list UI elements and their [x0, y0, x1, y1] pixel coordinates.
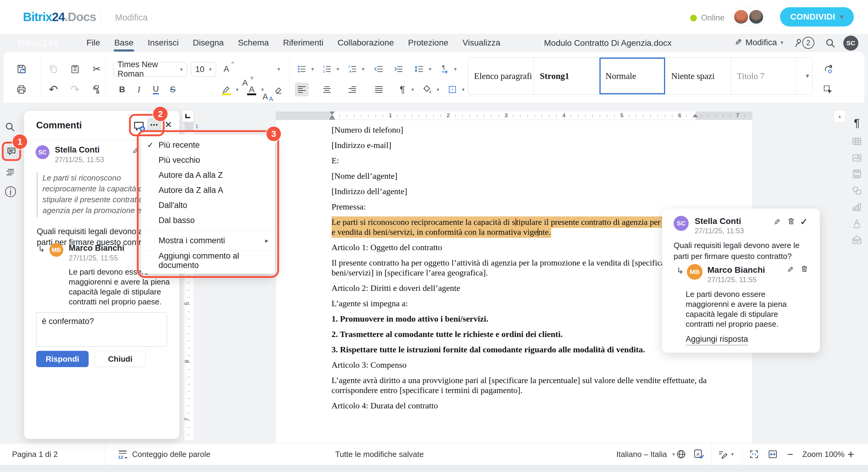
track-changes-button[interactable]: ▾	[718, 443, 734, 465]
tab-collaborazione[interactable]: Collaborazione	[338, 38, 394, 48]
close-button[interactable]: Chiudi	[95, 351, 146, 367]
header-footer-settings-icon[interactable]	[850, 167, 863, 180]
tab-schema[interactable]: Schema	[238, 38, 269, 48]
line-spacing-icon[interactable]	[412, 62, 426, 76]
fit-page-button[interactable]	[749, 443, 760, 465]
undo-icon[interactable]: ↶	[46, 83, 60, 96]
format-painter-icon[interactable]	[90, 83, 104, 96]
redo-icon[interactable]: ↷	[68, 83, 82, 96]
numbered-list-icon[interactable]: 12	[320, 62, 334, 76]
tab-inserisci[interactable]: Inserisci	[148, 38, 179, 48]
shading-dropdown[interactable]: ▾	[434, 83, 442, 96]
edit-mode-selector[interactable]: ✎ Modifica ▾	[735, 37, 783, 47]
edit-reply-icon[interactable]: ✎	[787, 265, 794, 275]
tab-riferimenti[interactable]: Riferimenti	[283, 38, 323, 48]
spellcheck-button[interactable]: A	[693, 443, 705, 465]
numbered-list-dropdown[interactable]: ▾	[334, 62, 342, 76]
chart-settings-icon[interactable]	[850, 201, 863, 213]
tab-visualizza[interactable]: Visualizza	[463, 38, 501, 48]
collaborators-count-button[interactable]: 2	[795, 36, 815, 50]
italic-button[interactable]: I	[132, 83, 146, 96]
delete-reply-icon[interactable]	[800, 264, 809, 275]
navigation-outline-icon[interactable]	[4, 165, 18, 179]
highlight-color-dropdown[interactable]: ▾	[233, 83, 241, 96]
doc-paragraph-highlighted[interactable]: Le parti si riconoscono reciprocamente l…	[332, 217, 707, 237]
scrollbar-up-button[interactable]: ▲	[834, 110, 846, 122]
decrease-indent-icon[interactable]	[372, 62, 386, 76]
style-elenco-paragrafi[interactable]: Elenco paragrafi	[468, 58, 534, 94]
line-spacing-dropdown[interactable]: ▾	[426, 62, 434, 76]
indent-marker-first-line[interactable]	[330, 112, 335, 115]
collaborator-avatars[interactable]	[732, 8, 766, 26]
highlight-color-button[interactable]	[219, 83, 233, 96]
search-icon[interactable]	[3, 120, 17, 134]
reply-button[interactable]: Rispondi	[36, 351, 89, 367]
indent-marker-right[interactable]	[692, 114, 698, 117]
copy-icon[interactable]	[46, 62, 60, 76]
style-gallery-expand[interactable]: ▾	[797, 58, 812, 94]
table-settings-icon[interactable]	[850, 135, 863, 148]
align-center-icon[interactable]	[320, 83, 334, 96]
change-case-dropdown[interactable]: ▾	[275, 62, 283, 76]
image-settings-icon[interactable]	[850, 152, 863, 164]
document-language-button[interactable]	[676, 443, 687, 465]
paragraph-marks-dropdown[interactable]: ▾	[409, 83, 416, 96]
add-reply-link[interactable]: Aggiungi risposta	[686, 335, 748, 345]
comments-close-icon[interactable]: ✕	[164, 119, 172, 130]
show-paragraph-marks-icon[interactable]: ¶	[396, 83, 409, 96]
select-tool-icon[interactable]	[821, 83, 835, 96]
font-color-button[interactable]: A	[245, 83, 258, 96]
font-size-select[interactable]: 10 ▾	[191, 62, 216, 76]
text-art-settings-icon[interactable]	[850, 217, 863, 230]
mail-merge-icon[interactable]	[850, 233, 863, 246]
delete-comment-icon[interactable]	[787, 217, 795, 227]
fit-width-button[interactable]	[767, 443, 778, 465]
align-right-icon[interactable]	[345, 83, 359, 96]
align-left-icon[interactable]	[295, 83, 309, 96]
paragraph-direction-icon[interactable]: ¶	[438, 62, 452, 76]
increase-indent-icon[interactable]	[392, 62, 406, 76]
resolve-comment-icon[interactable]: ✓	[800, 216, 808, 227]
shape-settings-icon[interactable]	[850, 185, 863, 197]
info-icon[interactable]: ⓘ	[4, 185, 18, 199]
multilevel-list-icon[interactable]: 1A	[345, 62, 359, 76]
avatar[interactable]	[734, 10, 748, 24]
edit-comment-icon[interactable]: ✎	[774, 218, 780, 227]
tab-file[interactable]: File	[87, 38, 100, 48]
borders-icon[interactable]	[445, 83, 459, 96]
zoom-level[interactable]: Zoom 100%	[802, 443, 844, 465]
bold-button[interactable]: B	[115, 83, 129, 96]
reply-input[interactable]: è confermato?	[36, 312, 167, 347]
clear-format-icon[interactable]	[271, 83, 285, 96]
current-user-avatar[interactable]: SC	[843, 36, 858, 51]
paragraph-direction-dropdown[interactable]: ▾	[452, 62, 459, 76]
print-icon[interactable]	[14, 83, 28, 96]
strikethrough-button[interactable]: S	[166, 83, 180, 96]
tab-stop-selector[interactable]	[181, 110, 194, 122]
language-selector[interactable]: Italiano – Italia ▾	[616, 443, 675, 465]
font-family-select[interactable]: Times New Roman ▾	[113, 62, 187, 76]
style-titolo-7[interactable]: Titolo 7	[731, 58, 797, 94]
replace-icon[interactable]	[821, 62, 835, 76]
multilevel-list-dropdown[interactable]: ▾	[359, 62, 367, 76]
avatar[interactable]	[749, 10, 763, 24]
zoom-in-button[interactable]: +	[847, 443, 854, 465]
justify-icon[interactable]	[372, 83, 386, 96]
underline-button[interactable]: U	[149, 83, 163, 96]
style-strong1[interactable]: Strong1	[534, 58, 599, 94]
borders-dropdown[interactable]: ▾	[459, 83, 467, 96]
word-count-button[interactable]: 12 Conteggio delle parole	[118, 443, 210, 465]
style-niente-spazi[interactable]: Niente spazi	[665, 58, 731, 94]
share-button[interactable]: CONDIVIDI ▾	[780, 7, 854, 27]
tab-protezione[interactable]: Protezione	[408, 38, 448, 48]
increase-font-icon[interactable]: A ^	[219, 62, 233, 76]
cut-icon[interactable]: ✂	[90, 62, 104, 76]
horizontal-ruler[interactable]: 1 2 3 4 5 6 7	[276, 112, 752, 120]
save-icon[interactable]	[14, 62, 28, 76]
bullet-list-dropdown[interactable]: ▾	[309, 62, 316, 76]
paste-icon[interactable]	[68, 62, 82, 76]
page-indicator[interactable]: Pagina 1 di 2	[12, 443, 58, 465]
bullet-list-icon[interactable]	[295, 62, 309, 76]
zoom-out-button[interactable]: −	[787, 443, 793, 465]
paragraph-settings-icon[interactable]: ¶	[850, 117, 863, 130]
